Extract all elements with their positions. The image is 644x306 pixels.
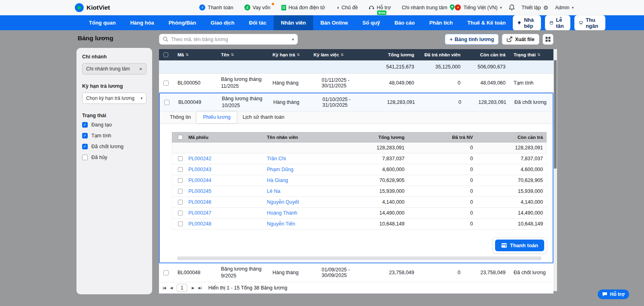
employee-name-link[interactable]: Lê Na [267, 188, 339, 194]
col-header-tong-luong[interactable]: Tổng lương [339, 135, 408, 140]
language-selector[interactable]: ★ Tiếng Việt (VN) ▾ [455, 4, 502, 10]
checkbox[interactable]: ✓ [82, 155, 88, 160]
row-checkbox[interactable] [178, 178, 183, 183]
next-page-button[interactable]: ▶ [192, 286, 194, 290]
col-header-con-can-tra[interactable]: Còn cần trả [464, 52, 509, 57]
nav-nhan-vien[interactable]: Nhân viên [274, 15, 313, 30]
topbar-link-thanh-toan[interactable]: ₫ Thanh toán [199, 4, 233, 10]
nav-ban-online[interactable]: Bán Online [313, 15, 355, 30]
payslip-code-link[interactable]: PL000248 [188, 221, 267, 227]
table-row[interactable]: BL000050 Bảng lương tháng 11/2025 Hàng t… [159, 74, 553, 93]
col-header-ky-han-tra[interactable]: Kỳ hạn trả⇅ [268, 52, 309, 57]
checkbox[interactable]: ✓ [82, 133, 88, 139]
payslip-code-link[interactable]: PL000246 [188, 199, 267, 205]
current-page[interactable]: 1 [177, 284, 187, 292]
pay-button[interactable]: Thanh toán [495, 240, 544, 251]
checkbox[interactable]: ✓ [82, 122, 88, 128]
last-page-button[interactable]: ▶| [198, 286, 201, 290]
branch-filter-tag[interactable]: Chi nhánh trung tâm ✕ [82, 63, 147, 74]
topbar-link-vay-von[interactable]: đ Vay vốn [244, 4, 270, 10]
select-all-checkbox[interactable] [163, 52, 168, 57]
col-header-ma-phieu[interactable]: Mã phiếu [188, 135, 267, 140]
payslip-row[interactable]: PL000244 Hà Giang 70,628,905 0 70,628,90… [172, 175, 547, 186]
col-header-con-can-tra[interactable]: Còn cần trả [476, 135, 546, 140]
col-header-ma[interactable]: Mã⇅ [173, 52, 216, 57]
col-header-trang-thai[interactable]: Trạng thái⇅ [509, 52, 553, 57]
search-bar[interactable]: ▾ [159, 34, 298, 45]
row-checkbox[interactable] [163, 81, 169, 86]
search-input[interactable] [171, 37, 289, 42]
row-checkbox[interactable] [178, 221, 183, 226]
nav-so-quy[interactable]: Sổ quỹ [355, 15, 387, 30]
payslip-code-link[interactable]: PL000242 [188, 156, 267, 161]
row-checkbox[interactable] [178, 189, 183, 194]
caret-down-icon[interactable]: ▾ [292, 37, 294, 41]
payslip-code-link[interactable]: PL000247 [188, 210, 267, 216]
cashier-button[interactable]: Thu ngân [574, 15, 605, 31]
support-button[interactable]: Hỗ trợ [598, 289, 629, 299]
nav-phong-ban[interactable]: Phòng/Bàn [161, 15, 204, 30]
row-checkbox[interactable] [178, 211, 183, 215]
status-option-tam-tinh[interactable]: ✓ Tạm tính [82, 133, 147, 139]
employee-name-link[interactable]: Nguyễn Tiến [267, 221, 339, 227]
topbar-link-chu-de[interactable]: ◑ Chủ đề [336, 4, 358, 10]
nav-doi-tac[interactable]: Đối tác [242, 15, 274, 30]
payslip-code-link[interactable]: PL000245 [188, 188, 267, 194]
payslip-row[interactable]: PL000246 Nguyễn Quyết 4,140,000 0 4,140,… [172, 197, 547, 208]
settings-link[interactable]: Thiết lập ⚙ [522, 4, 549, 11]
payslip-row[interactable]: PL000245 Lê Na 15,939,000 0 15,939,000 [172, 186, 547, 197]
employee-name-link[interactable]: Trần Chi [267, 156, 339, 161]
kitchen-button[interactable]: Nhà bếp [513, 15, 541, 31]
vertical-scrollbar[interactable] [553, 49, 557, 291]
status-option-da-chot-luong[interactable]: ✓ Đã chốt lương [82, 144, 147, 149]
reception-button[interactable]: Lễ tân [545, 15, 571, 31]
export-file-button[interactable]: Xuất file [502, 34, 539, 45]
row-checkbox[interactable] [178, 156, 183, 161]
nav-tong-quan[interactable]: Tổng quan [82, 15, 123, 30]
nav-bao-cao[interactable]: Báo cáo [387, 15, 422, 30]
employee-name-link[interactable]: Phạm Dũng [267, 167, 339, 172]
employee-name-link[interactable]: Hoàng Thành [267, 210, 339, 216]
user-menu[interactable]: Admin ▾ [555, 5, 574, 10]
employee-name-link[interactable]: Hà Giang [267, 178, 339, 183]
prev-page-button[interactable]: ◀ [170, 286, 172, 290]
col-header-tong-luong[interactable]: Tổng lương [372, 52, 417, 57]
status-option-dang-tao[interactable]: ✓ Đang tạo [82, 122, 147, 128]
scrollbar-thumb[interactable] [554, 60, 557, 169]
branch-selector[interactable]: Chi nhánh trung tâm [402, 4, 455, 10]
select-all-checkbox[interactable] [178, 135, 183, 140]
column-settings-button[interactable] [543, 34, 553, 45]
payslip-code-link[interactable]: PL000243 [188, 167, 267, 172]
tab-thong-tin[interactable]: Thông tin [164, 112, 197, 123]
row-checkbox[interactable] [163, 270, 169, 275]
nav-giao-dich[interactable]: Giao dịch [203, 15, 242, 30]
checkbox[interactable]: ✓ [82, 144, 88, 149]
col-header-ten-nhan-vien[interactable]: Tên nhân viên [267, 135, 339, 140]
topbar-link-ho-tro[interactable]: Hỗ trợ Beta [369, 5, 391, 10]
topbar-link-hoa-don[interactable]: Hoá đơn điện tử [281, 5, 325, 10]
payslip-row[interactable]: PL000247 Hoàng Thành 14,490,000 0 14,490… [172, 208, 547, 219]
col-header-ten[interactable]: Tên⇅ [216, 52, 268, 57]
horizontal-scrollbar[interactable] [177, 256, 541, 260]
pay-period-select[interactable]: Chọn kỳ hạn trả lương ▾ [82, 93, 147, 104]
kiotviet-logo[interactable]: KiotViet [75, 3, 110, 12]
first-page-button[interactable]: |◀ [163, 286, 165, 290]
tab-lich-su-thanh-toan[interactable]: Lịch sử thanh toán [237, 112, 291, 123]
notification-bell-icon[interactable] [509, 4, 515, 11]
nav-thue-ke-toan[interactable]: Thuế & Kế toán [460, 15, 513, 30]
row-checkbox[interactable] [164, 100, 169, 105]
nav-hang-hoa[interactable]: Hàng hóa [123, 15, 161, 30]
tab-phieu-luong[interactable]: Phiếu lương [197, 112, 237, 123]
col-header-da-tra[interactable]: Đã trả nhân viên [417, 52, 464, 57]
row-checkbox[interactable] [178, 200, 183, 205]
payslip-row[interactable]: PL000248 Nguyễn Tiến 10,648,149 0 10,648… [172, 219, 547, 229]
payslip-code-link[interactable]: PL000244 [188, 178, 267, 183]
payslip-row[interactable]: PL000242 Trần Chi 7,837,037 0 7,837,037 [172, 153, 547, 164]
nav-phan-tich[interactable]: Phân tích [422, 15, 460, 30]
new-payroll-button[interactable]: + Bảng tính lương [445, 34, 499, 45]
remove-branch-icon[interactable]: ✕ [139, 67, 142, 71]
employee-name-link[interactable]: Nguyễn Quyết [267, 199, 339, 205]
col-header-da-tra-nv[interactable]: Đã trả NV [408, 135, 476, 140]
status-option-da-huy[interactable]: ✓ Đã hủy [82, 155, 147, 160]
table-row[interactable]: BL000048 Bảng lương tháng 9/2025 Hàng th… [159, 263, 553, 282]
